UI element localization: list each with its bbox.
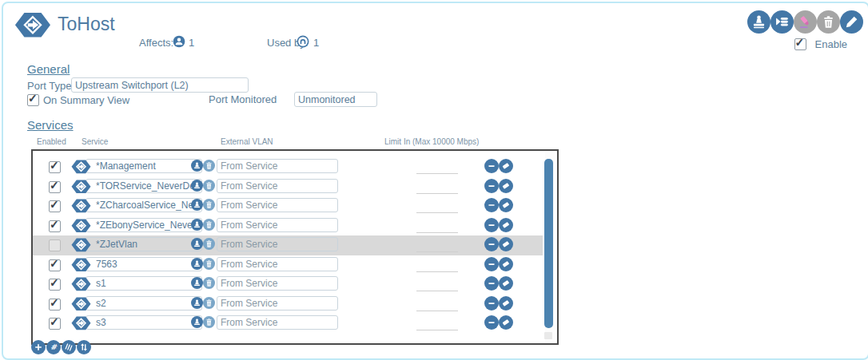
remove-service-icon[interactable] [484,218,499,232]
service-enabled-checkbox[interactable] [49,279,61,291]
service-enabled-checkbox[interactable] [49,220,61,232]
service-enabled-checkbox[interactable] [49,200,61,212]
remove-service-icon[interactable] [484,257,499,271]
eraser-icon[interactable] [499,276,513,291]
affects-count: 1 [189,37,194,49]
eraser-icon[interactable] [499,179,513,193]
limit-in-input[interactable] [416,317,458,330]
trash-button[interactable] [817,10,840,34]
user-stamp-icon[interactable] [191,277,203,289]
slashes-button[interactable] [62,340,76,354]
trash-icon[interactable] [203,219,215,231]
user-stamp-icon[interactable] [191,297,203,309]
external-vlan-input[interactable] [217,315,338,330]
limit-in-input[interactable] [416,200,458,213]
list-button[interactable] [770,10,794,34]
service-enabled-checkbox[interactable] [49,161,61,173]
scrollbar-thumb[interactable] [544,159,553,328]
trash-icon[interactable] [203,297,215,309]
service-name-input[interactable] [86,257,202,271]
service-enabled-checkbox[interactable] [49,239,61,251]
trash-icon[interactable] [203,199,215,211]
sort-arrows-button[interactable] [77,340,91,354]
scrollbar-track[interactable] [545,152,555,342]
service-enabled-checkbox[interactable] [49,259,61,271]
remove-service-icon[interactable] [484,159,499,173]
remove-service-icon[interactable] [484,179,499,193]
service-row [33,216,543,236]
enable-checkbox[interactable] [794,38,806,50]
user-stamp-icon[interactable] [191,219,203,231]
limit-in-input[interactable] [416,220,458,233]
eraser-icon[interactable] [499,198,513,212]
limit-in-input[interactable] [416,239,458,252]
hash-button[interactable]: # [46,340,61,354]
user-stamp-icon[interactable] [191,180,203,192]
service-enabled-checkbox[interactable] [49,181,61,193]
service-row [33,255,543,275]
eraser-icon[interactable] [499,237,513,251]
service-enabled-checkbox[interactable] [49,318,61,330]
eraser-icon[interactable] [499,257,513,271]
limit-in-input[interactable] [416,278,458,291]
svg-text:#: # [50,342,58,351]
eraser-icon[interactable] [499,296,513,311]
service-name-input[interactable] [86,276,202,291]
user-stamp-icon[interactable] [191,316,203,328]
user-stamp-icon[interactable] [191,258,203,270]
trash-icon[interactable] [203,277,215,289]
service-name-input[interactable] [86,237,202,251]
service-enabled-checkbox[interactable] [49,299,61,311]
service-hexagon-icon [71,180,91,194]
limit-in-input[interactable] [416,180,458,194]
stamp-button[interactable] [747,10,770,34]
highlighter-button[interactable] [794,10,817,34]
trash-icon[interactable] [203,316,215,328]
general-heading: General [27,62,70,76]
port-monitored-input[interactable] [294,92,377,107]
limit-in-input[interactable] [416,259,458,272]
port-type-input[interactable] [71,77,249,93]
service-hexagon-icon [71,199,91,213]
trash-icon[interactable] [203,238,215,250]
external-vlan-input[interactable] [217,276,338,291]
external-vlan-input[interactable] [217,198,338,212]
used-by-network-icon [297,35,309,48]
used-by-count: 1 [313,37,319,49]
limit-in-input[interactable] [416,298,458,311]
port-type-label: Port Type [27,80,71,92]
trash-icon[interactable] [203,258,215,270]
limit-in-input[interactable] [416,160,458,174]
external-vlan-input[interactable] [217,237,338,251]
remove-service-icon[interactable] [484,315,499,330]
service-name-input[interactable] [86,218,202,232]
user-stamp-icon[interactable] [191,238,203,250]
remove-service-icon[interactable] [484,276,499,291]
eraser-icon[interactable] [499,315,513,330]
user-stamp-icon[interactable] [191,199,203,211]
service-name-input[interactable] [86,159,202,173]
external-vlan-input[interactable] [217,296,338,311]
eraser-icon[interactable] [499,218,513,232]
on-summary-view-checkbox[interactable] [27,94,39,106]
add-service-button[interactable] [31,340,46,354]
external-vlan-input[interactable] [217,257,338,271]
remove-service-icon[interactable] [484,237,499,251]
external-vlan-input[interactable] [217,159,338,173]
service-name-input[interactable] [86,179,202,193]
service-name-input[interactable] [86,296,202,311]
trash-icon[interactable] [203,180,215,192]
pencil-button[interactable] [840,10,863,34]
remove-service-icon[interactable] [484,198,499,212]
trash-icon[interactable] [203,160,215,172]
service-name-input[interactable] [86,315,202,330]
external-vlan-input[interactable] [217,218,338,232]
scrollbar-button[interactable] [544,332,552,339]
external-vlan-input[interactable] [217,179,338,193]
remove-service-icon[interactable] [484,296,499,311]
eraser-icon[interactable] [499,159,513,173]
service-name-input[interactable] [86,198,202,212]
column-header-service: Service [82,137,108,146]
user-stamp-icon[interactable] [191,160,203,172]
services-table-body [33,157,557,334]
